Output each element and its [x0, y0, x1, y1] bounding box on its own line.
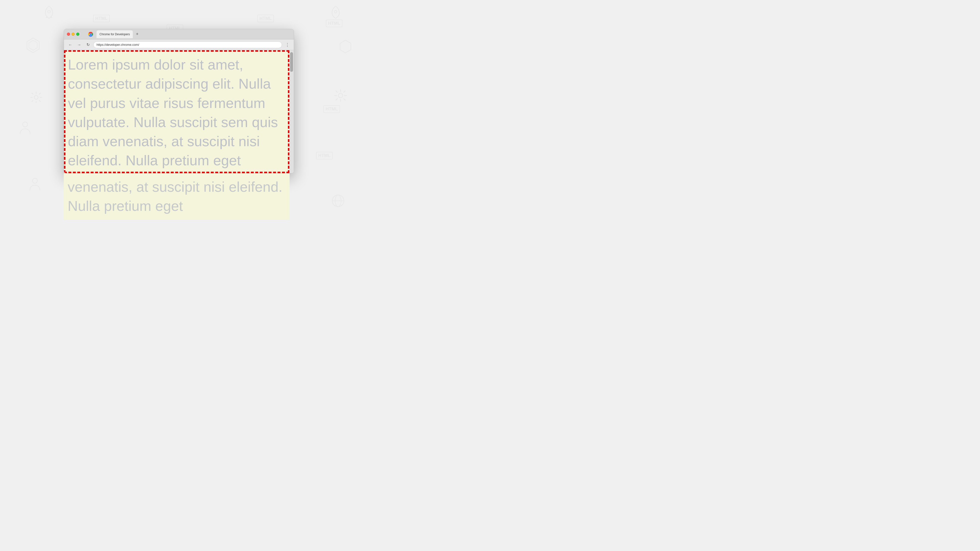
bg-html-badge-r2: HTML [316, 152, 333, 159]
address-bar[interactable]: https://developer.chrome.com/ [93, 41, 282, 48]
chrome-logo-icon [88, 32, 93, 37]
title-bar: Chrome for Developers + [64, 29, 294, 40]
svg-point-8 [33, 178, 38, 183]
svg-point-9 [332, 195, 344, 207]
bg-person-icon [17, 120, 33, 136]
close-button[interactable] [67, 33, 70, 36]
bg-hex-icon [24, 37, 41, 54]
svg-point-3 [34, 95, 38, 99]
bg-gear-icon-r [333, 88, 348, 103]
bg-hex-icon-r [338, 39, 353, 54]
menu-icon: ⋮ [285, 42, 290, 48]
maximize-button[interactable] [76, 33, 80, 36]
dashed-border-overlay [64, 50, 290, 173]
bg-html-badge-4: HTML [326, 20, 342, 27]
svg-marker-6 [340, 40, 351, 53]
svg-point-0 [48, 11, 50, 13]
forward-icon: → [77, 43, 81, 47]
nav-bar: ← → ↻ https://developer.chrome.com/ ⋮ [64, 40, 294, 50]
traffic-lights [67, 33, 80, 36]
forward-button[interactable]: → [76, 41, 83, 48]
tab-title: Chrome for Developers [99, 33, 130, 36]
browser-tab[interactable]: Chrome for Developers [97, 30, 133, 38]
address-text: https://developer.chrome.com/ [97, 43, 139, 46]
reload-icon: ↻ [86, 42, 90, 47]
bg-rocket-icon [41, 5, 56, 20]
bg-globe-icon [331, 194, 345, 208]
browser-viewport: Lorem ipsum dolor sit amet, consectetur … [64, 50, 294, 173]
svg-point-10 [335, 195, 341, 207]
minimize-button[interactable] [72, 33, 75, 36]
svg-marker-1 [27, 38, 39, 52]
bg-person-icon-b [27, 176, 43, 192]
new-tab-button[interactable]: + [134, 31, 141, 38]
bg-html-badge-b2: HTML [172, 196, 188, 203]
bg-html-badge-1: HTML [93, 15, 110, 22]
svg-point-5 [334, 11, 337, 13]
scrollbar-thumb[interactable] [290, 52, 293, 72]
svg-point-7 [338, 93, 343, 98]
lorem-ipsum-text: Lorem ipsum dolor sit amet, consectetur … [68, 57, 278, 168]
svg-point-4 [23, 122, 28, 127]
bg-gear-icon [29, 91, 43, 104]
back-button[interactable]: ← [67, 41, 74, 48]
scrollbar-track[interactable] [290, 50, 294, 173]
browser-menu-button[interactable]: ⋮ [284, 41, 291, 48]
bg-html-badge-b1: HTML [93, 184, 110, 191]
bg-rocket-icon-r [328, 5, 343, 20]
browser-window: Chrome for Developers + ← → ↻ https://de… [64, 29, 294, 173]
tab-area: Chrome for Developers + [95, 30, 291, 38]
back-icon: ← [68, 43, 72, 47]
reload-button[interactable]: ↻ [84, 41, 91, 48]
page-content-text: Lorem ipsum dolor sit amet, consectetur … [64, 50, 290, 173]
svg-marker-2 [29, 40, 37, 50]
bg-html-badge-r1: HTML [323, 105, 340, 113]
bg-html-badge-3: HTML [257, 15, 274, 22]
svg-point-14 [90, 33, 91, 35]
below-window-text: venenatis, at suscipit nisi eleifend. Nu… [64, 173, 290, 220]
